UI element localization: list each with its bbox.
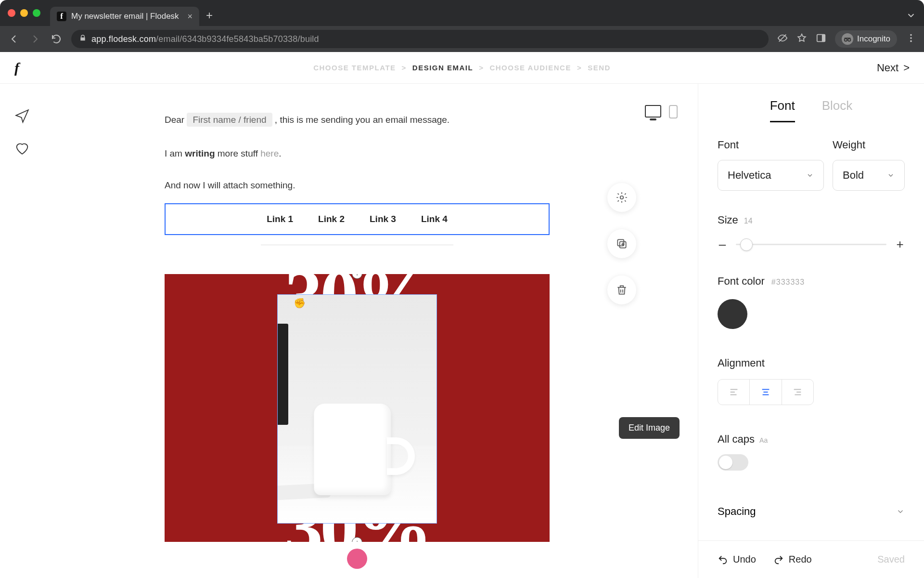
nav-link-2[interactable]: Link 2 xyxy=(318,214,345,224)
saved-status: Saved xyxy=(877,554,905,565)
forward-button[interactable] xyxy=(29,33,41,45)
step-choose-template[interactable]: CHOOSE TEMPLATE xyxy=(313,64,396,72)
chevron-down-icon xyxy=(887,171,895,179)
svg-rect-2 xyxy=(822,35,825,42)
font-weight-select[interactable]: Bold xyxy=(833,160,905,191)
size-decrement-button[interactable]: – xyxy=(718,237,727,252)
svg-point-8 xyxy=(620,196,624,199)
window-zoom-button[interactable] xyxy=(33,9,40,17)
undo-button[interactable]: Undo xyxy=(718,554,756,565)
step-design-email[interactable]: DESIGN EMAIL xyxy=(412,64,473,72)
inline-link-here[interactable]: here xyxy=(260,148,279,158)
size-slider[interactable] xyxy=(736,244,886,245)
alignment-group xyxy=(718,379,814,405)
browser-toolbar: app.flodesk.com/email/6343b9334fe5843ba5… xyxy=(0,26,924,52)
incognito-label: Incognito xyxy=(857,34,890,44)
image-block[interactable]: + 30% 30% 30% 30% ✊ + xyxy=(165,274,550,542)
font-family-label: Font xyxy=(718,139,824,151)
links-block[interactable]: Link 1 Link 2 Link 3 Link 4 xyxy=(165,203,550,235)
spacing-accordion[interactable]: Spacing xyxy=(718,505,905,527)
heart-icon[interactable] xyxy=(14,140,30,158)
tab-favicon: f xyxy=(57,12,66,21)
sidebar-tabs: Font Block xyxy=(698,84,924,122)
incognito-indicator[interactable]: Incognito xyxy=(835,30,897,48)
align-left-button[interactable] xyxy=(718,380,749,405)
font-size-label: Size xyxy=(718,214,738,226)
body-paragraph-1[interactable]: I am writing more stuff here. xyxy=(165,148,550,159)
left-rail xyxy=(0,84,44,578)
align-center-button[interactable] xyxy=(749,380,781,405)
eye-off-icon[interactable] xyxy=(777,33,788,45)
kebab-menu-icon[interactable] xyxy=(906,33,916,45)
tab-block[interactable]: Block xyxy=(822,98,853,122)
svg-point-6 xyxy=(910,37,912,39)
overlay-image[interactable] xyxy=(277,294,437,524)
alignment-label: Alignment xyxy=(718,357,905,369)
incognito-icon xyxy=(842,33,853,45)
step-choose-audience[interactable]: CHOOSE AUDIENCE xyxy=(489,64,571,72)
wizard-breadcrumbs: CHOOSE TEMPLATE > DESIGN EMAIL > CHOOSE … xyxy=(313,64,611,72)
redo-button[interactable]: Redo xyxy=(773,554,812,565)
font-color-swatch[interactable] xyxy=(718,299,747,329)
size-slider-thumb[interactable] xyxy=(740,238,753,251)
tab-font[interactable]: Font xyxy=(770,98,795,122)
tab-overflow-icon[interactable] xyxy=(906,10,916,21)
paper-plane-icon[interactable] xyxy=(14,108,30,126)
mobile-preview-button[interactable] xyxy=(669,105,678,118)
address-bar[interactable]: app.flodesk.com/email/6343b9334fe5843ba5… xyxy=(71,30,769,48)
svg-point-7 xyxy=(910,40,912,42)
block-settings-button[interactable] xyxy=(607,183,636,212)
nav-link-1[interactable]: Link 1 xyxy=(267,214,293,224)
url-text: app.flodesk.com/email/6343b9334fe5843ba5… xyxy=(91,34,319,44)
back-button[interactable] xyxy=(8,33,20,45)
allcaps-hint: Aa xyxy=(759,436,768,444)
svg-point-5 xyxy=(910,34,912,36)
allcaps-toggle[interactable] xyxy=(718,454,748,471)
browser-tab-strip: f My newsletter email | Flodesk × + xyxy=(0,0,924,26)
step-send[interactable]: SEND xyxy=(588,64,611,72)
nav-link-3[interactable]: Link 3 xyxy=(370,214,396,224)
divider xyxy=(261,245,453,245)
block-duplicate-button[interactable] xyxy=(607,229,636,258)
desktop-preview-button[interactable] xyxy=(645,105,661,118)
font-weight-label: Weight xyxy=(833,139,905,151)
window-controls xyxy=(8,9,40,17)
layer-selection-dot[interactable] xyxy=(347,549,367,569)
size-increment-button[interactable]: + xyxy=(895,237,905,252)
body-paragraph-2[interactable]: And now I will attach something. xyxy=(165,180,550,191)
browser-tab[interactable]: f My newsletter email | Flodesk × xyxy=(50,7,199,26)
app-logo[interactable]: f xyxy=(14,60,19,76)
nav-link-4[interactable]: Link 4 xyxy=(421,214,448,224)
svg-point-3 xyxy=(845,39,847,41)
app-topbar: f CHOOSE TEMPLATE > DESIGN EMAIL > CHOOS… xyxy=(0,52,924,84)
merge-tag[interactable]: First name / friend xyxy=(187,113,272,127)
allcaps-label: All caps xyxy=(718,433,755,446)
window-minimize-button[interactable] xyxy=(20,9,28,17)
inline-link-something[interactable]: something xyxy=(250,180,293,190)
greeting-line[interactable]: Dear First name / friend , this is me se… xyxy=(165,113,550,127)
viewport-toggle xyxy=(645,105,678,118)
reload-button[interactable] xyxy=(50,33,63,45)
email-canvas[interactable]: Dear First name / friend , this is me se… xyxy=(165,113,550,576)
window-close-button[interactable] xyxy=(8,9,15,17)
next-button[interactable]: Next> xyxy=(877,62,910,74)
tab-title: My newsletter email | Flodesk xyxy=(71,12,179,21)
font-color-label: Font color xyxy=(718,275,765,288)
font-family-select[interactable]: Helvetica xyxy=(718,160,824,191)
lock-icon xyxy=(79,34,87,44)
align-right-button[interactable] xyxy=(782,380,813,405)
chevron-down-icon xyxy=(806,171,814,179)
chevron-down-icon xyxy=(896,507,905,516)
tab-close-icon[interactable]: × xyxy=(187,12,192,22)
svg-point-4 xyxy=(848,39,851,41)
block-delete-button[interactable] xyxy=(607,276,636,304)
font-color-value: #333333 xyxy=(771,278,805,287)
new-tab-button[interactable]: + xyxy=(206,9,213,22)
sidebar-footer: Undo Redo Saved xyxy=(698,540,924,578)
side-panel-icon[interactable] xyxy=(816,33,826,45)
block-floating-tools xyxy=(607,183,636,304)
font-size-value: 14 xyxy=(744,217,753,225)
star-icon[interactable] xyxy=(796,33,807,45)
edit-image-tooltip[interactable]: Edit Image xyxy=(619,417,680,439)
inspector-sidebar: Font Block Font Helvetica Weight xyxy=(698,84,924,578)
